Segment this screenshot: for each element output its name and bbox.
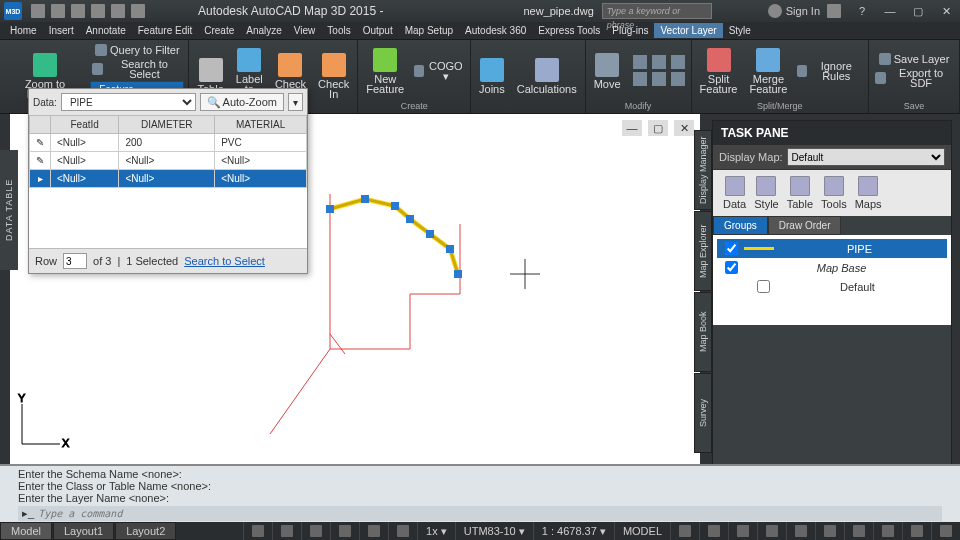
- layout-tab[interactable]: Layout1: [53, 522, 114, 540]
- data-table-menu-icon[interactable]: ▾: [288, 93, 303, 111]
- qat-icon[interactable]: [131, 4, 145, 18]
- task-tool-data[interactable]: Data: [723, 176, 746, 210]
- ribbon-tab-tools[interactable]: Tools: [321, 23, 356, 38]
- ribbon-button[interactable]: COGO ▾: [412, 60, 466, 82]
- ribbon-tab-feature-edit[interactable]: Feature Edit: [132, 23, 198, 38]
- ribbon-tab-home[interactable]: Home: [4, 23, 43, 38]
- task-tool-table[interactable]: Table: [787, 176, 813, 210]
- status-icon[interactable]: [737, 525, 749, 537]
- ribbon-button[interactable]: Joins: [475, 56, 509, 96]
- column-header[interactable]: [30, 116, 51, 134]
- status-icon[interactable]: [310, 525, 322, 537]
- ribbon-button[interactable]: Save Layer: [873, 52, 955, 66]
- ribbon-tab-analyze[interactable]: Analyze: [240, 23, 288, 38]
- help-icon[interactable]: ?: [852, 3, 872, 19]
- ribbon-tab-plug-ins[interactable]: Plug-ins: [606, 23, 654, 38]
- ribbon-tab-autodesk-360[interactable]: Autodesk 360: [459, 23, 532, 38]
- table-row[interactable]: ▸<Null><Null><Null>: [30, 170, 307, 188]
- close-button[interactable]: ✕: [936, 3, 956, 19]
- status-icon[interactable]: [766, 525, 778, 537]
- ribbon-button[interactable]: Move: [590, 51, 625, 91]
- ribbon-small-button[interactable]: [671, 72, 685, 86]
- task-pane-side-tab[interactable]: Display Manager: [694, 130, 712, 210]
- help-search-input[interactable]: Type a keyword or phrase: [602, 3, 712, 19]
- exchange-icon[interactable]: [827, 4, 841, 18]
- ribbon-button[interactable]: SplitFeature: [696, 46, 742, 96]
- ribbon-button[interactable]: CheckIn: [314, 51, 353, 101]
- task-tool-style[interactable]: Style: [754, 176, 778, 210]
- display-map-select[interactable]: Default: [787, 148, 945, 166]
- status-icon[interactable]: [911, 525, 923, 537]
- viewport-min-icon[interactable]: —: [622, 120, 642, 136]
- layer-checkbox[interactable]: [725, 261, 738, 274]
- task-tool-maps[interactable]: Maps: [855, 176, 882, 210]
- status-icon[interactable]: [795, 525, 807, 537]
- status-icon[interactable]: [397, 525, 409, 537]
- qat-icon[interactable]: [31, 4, 45, 18]
- status-segment[interactable]: 1x ▾: [417, 522, 455, 540]
- status-icon[interactable]: [368, 525, 380, 537]
- ribbon-small-button[interactable]: [633, 72, 647, 86]
- status-icon[interactable]: [679, 525, 691, 537]
- ribbon-button[interactable]: Export to SDF: [873, 67, 955, 89]
- task-tool-tools[interactable]: Tools: [821, 176, 847, 210]
- ribbon-tab-output[interactable]: Output: [357, 23, 399, 38]
- ribbon-small-button[interactable]: [652, 72, 666, 86]
- ribbon-tab-view[interactable]: View: [288, 23, 322, 38]
- qat-icon[interactable]: [71, 4, 85, 18]
- maximize-button[interactable]: ▢: [908, 3, 928, 19]
- command-input[interactable]: [38, 508, 938, 519]
- status-icon[interactable]: [882, 525, 894, 537]
- viewport-max-icon[interactable]: ▢: [648, 120, 668, 136]
- layout-tab[interactable]: Model: [0, 522, 52, 540]
- ribbon-button[interactable]: Search to Select: [90, 58, 184, 80]
- column-header[interactable]: DIAMETER: [119, 116, 215, 134]
- ribbon-tab-vector-layer[interactable]: Vector Layer: [654, 23, 722, 38]
- column-header[interactable]: MATERIAL: [215, 116, 307, 134]
- ribbon-button[interactable]: MergeFeature: [745, 46, 791, 96]
- ribbon-small-button[interactable]: [633, 55, 647, 69]
- table-row[interactable]: ✎<Null><Null><Null>: [30, 152, 307, 170]
- search-to-select-link[interactable]: Search to Select: [184, 255, 265, 267]
- ribbon-small-button[interactable]: [652, 55, 666, 69]
- ribbon-button[interactable]: Query to Filter: [90, 43, 184, 57]
- layer-checkbox[interactable]: [725, 242, 738, 255]
- layer-row[interactable]: Default: [717, 277, 947, 296]
- layer-tab[interactable]: Draw Order: [768, 216, 842, 235]
- status-segment[interactable]: 1 : 4678.37 ▾: [533, 522, 614, 540]
- status-icon[interactable]: [339, 525, 351, 537]
- signin-button[interactable]: Sign In: [786, 5, 820, 17]
- ribbon-tab-style[interactable]: Style: [723, 23, 757, 38]
- status-icon[interactable]: [281, 525, 293, 537]
- task-pane-side-tab[interactable]: Survey: [694, 373, 712, 453]
- column-header[interactable]: FeatId: [51, 116, 119, 134]
- ribbon-button[interactable]: Ignore Rules: [795, 60, 864, 82]
- status-segment[interactable]: MODEL: [614, 522, 670, 540]
- ribbon-tab-insert[interactable]: Insert: [43, 23, 80, 38]
- qat-icon[interactable]: [51, 4, 65, 18]
- task-pane-side-tab[interactable]: Map Explorer: [694, 211, 712, 291]
- status-icon[interactable]: [708, 525, 720, 537]
- row-index-input[interactable]: [63, 253, 87, 269]
- ribbon-tab-express-tools[interactable]: Express Tools: [532, 23, 606, 38]
- ribbon-button[interactable]: NewFeature: [362, 46, 408, 96]
- layout-tab[interactable]: Layout2: [115, 522, 176, 540]
- data-grid[interactable]: FeatIdDIAMETERMATERIAL ✎<Null>200PVC✎<Nu…: [29, 115, 307, 188]
- ribbon-tab-annotate[interactable]: Annotate: [80, 23, 132, 38]
- status-icon[interactable]: [853, 525, 865, 537]
- layer-row[interactable]: PIPE: [717, 239, 947, 258]
- layer-checkbox[interactable]: [757, 280, 770, 293]
- qat-icon[interactable]: [91, 4, 105, 18]
- layer-row[interactable]: Map Base: [717, 258, 947, 277]
- status-icon[interactable]: [940, 525, 952, 537]
- layer-tab[interactable]: Groups: [713, 216, 768, 235]
- qat-icon[interactable]: [111, 4, 125, 18]
- data-table-tab[interactable]: DATA TABLE: [0, 150, 18, 270]
- table-row[interactable]: ✎<Null>200PVC: [30, 134, 307, 152]
- status-icon[interactable]: [824, 525, 836, 537]
- task-pane-side-tab[interactable]: Map Book: [694, 292, 712, 372]
- ribbon-button[interactable]: Calculations: [513, 56, 581, 96]
- minimize-button[interactable]: —: [880, 3, 900, 19]
- status-icon[interactable]: [252, 525, 264, 537]
- ribbon-tab-map-setup[interactable]: Map Setup: [399, 23, 459, 38]
